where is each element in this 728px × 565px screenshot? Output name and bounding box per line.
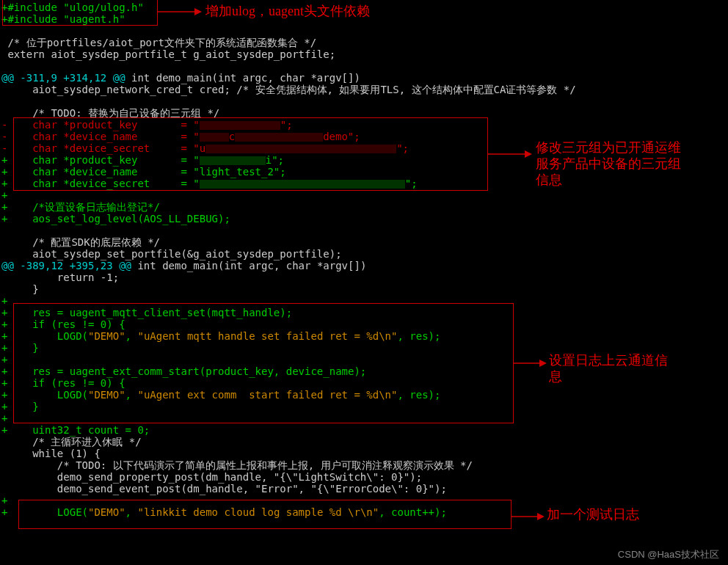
code-segment: + if (res != 0) {	[1, 377, 125, 389]
code-segment: ,	[125, 330, 138, 342]
code-segment: , res);	[397, 330, 440, 342]
code-segment: +	[1, 295, 7, 307]
code-segment: /* TODO: 以下代码演示了简单的属性上报和事件上报, 用户可取消注释观察演…	[1, 459, 473, 471]
code-segment: extern aiot_sysdep_portfile_t g_aiot_sys…	[1, 48, 335, 60]
code-segment: aiot_sysdep_network_cred_t cred; /* 安全凭据…	[1, 84, 576, 95]
code-segment: int demo_main(int argc, char *argv[])	[125, 72, 360, 84]
code-segment: "linkkit demo cloud log sample %d \r\n"	[137, 506, 379, 518]
code-line: while (1) {	[1, 448, 728, 459]
code-segment: "DEMO"	[88, 506, 125, 518]
code-line: +	[1, 295, 728, 307]
code-line: +#include "ulog/ulog.h"	[1, 1, 728, 13]
code-line: - char *product_key = "";	[1, 119, 728, 131]
code-line: +	[1, 495, 728, 506]
code-segment: @@ -389,12 +395,23 @@	[1, 260, 131, 271]
code-segment: #include "uagent.h"	[7, 13, 125, 25]
code-line: return -1;	[1, 271, 728, 283]
code-line: @@ -311,9 +314,12 @@ int demo_main(int a…	[1, 72, 728, 84]
code-segment: demo_send_property_post(dm_handle, "{\"L…	[1, 471, 422, 483]
code-line: + }	[1, 401, 728, 412]
code-line: + res = uagent_mqtt_client_set(mqtt_hand…	[1, 307, 728, 318]
code-segment	[1, 25, 7, 37]
code-line: /* TODO: 以下代码演示了简单的属性上报和事件上报, 用户可取消注释观察演…	[1, 459, 728, 471]
code-line: demo_send_event_post(dm_handle, "Error",…	[1, 483, 728, 495]
code-segment: + }	[1, 401, 39, 412]
code-line: - char *device_secret = "u";	[1, 142, 728, 154]
code-segment: ";	[396, 142, 409, 154]
code-segment: "DEMO"	[88, 330, 125, 342]
code-segment: - char *product_key = "	[1, 119, 200, 131]
code-line: +	[1, 354, 728, 365]
code-line: aiot_sysdep_network_cred_t cred; /* 安全凭据…	[1, 84, 728, 95]
code-line: +	[1, 412, 728, 424]
code-segment: + LOGD(	[1, 330, 88, 342]
code-line: /* 配置SDK的底层依赖 */	[1, 236, 728, 248]
redacted-text	[205, 145, 396, 153]
code-segment: + }	[1, 342, 39, 354]
code-segment: int demo_main(int argc, char *argv[])	[131, 260, 366, 271]
code-line: + LOGD("DEMO", "uAgent mqtt handle set f…	[1, 330, 728, 342]
redacted-text	[200, 121, 280, 130]
code-line: + /*设置设备日志输出登记*/	[1, 201, 728, 213]
code-segment: + aos_set_log_level(AOS_LL_DEBUG);	[1, 213, 230, 225]
diff-code-block: +#include "ulog/ulog.h"+#include "uagent…	[0, 0, 728, 518]
code-line: demo_send_property_post(dm_handle, "{\"L…	[1, 471, 728, 483]
code-line: + if (res != 0) {	[1, 318, 728, 330]
code-line: /* 位于portfiles/aiot_port文件夹下的系统适配函数集合 */	[1, 37, 728, 48]
code-segment: +	[1, 354, 7, 365]
code-segment: + char *product_key = "	[1, 154, 200, 166]
code-segment: +	[1, 189, 7, 201]
code-segment: +	[1, 495, 7, 506]
code-line	[1, 60, 728, 72]
code-line: /* 主循环进入休眠 */	[1, 436, 728, 448]
code-segment: demo_send_event_post(dm_handle, "Error",…	[1, 483, 447, 495]
code-segment: ";	[280, 119, 293, 131]
code-segment: ";	[405, 178, 418, 189]
redacted-text	[200, 133, 229, 142]
code-segment: - char *device_secret = "u	[1, 142, 205, 154]
code-line: + aos_set_log_level(AOS_LL_DEBUG);	[1, 213, 728, 225]
code-line: + char *device_secret = "";	[1, 178, 728, 189]
code-line	[1, 25, 728, 37]
code-line	[1, 95, 728, 107]
code-segment: "uAgent ext comm start failed ret = %d\n…	[137, 389, 397, 401]
code-line: +	[1, 189, 728, 201]
code-line: + if (res != 0) {	[1, 377, 728, 389]
code-segment: + uint32_t count = 0;	[1, 424, 150, 436]
code-segment: , count++);	[379, 506, 447, 518]
code-segment: ,	[125, 389, 138, 401]
code-line: + char *device_name = "light_test_2";	[1, 166, 728, 178]
code-segment: - char *device_name = "	[1, 131, 200, 142]
redacted-text	[200, 156, 266, 165]
code-segment: "uAgent mqtt handle set failed ret = %d\…	[137, 330, 397, 342]
code-line: /* TODO: 替换为自己设备的三元组 */	[1, 107, 728, 119]
code-segment: + LOGE(	[1, 506, 88, 518]
code-line: +#include "uagent.h"	[1, 13, 728, 25]
watermark: CSDN @HaaS技术社区	[618, 549, 719, 561]
code-segment: #include "ulog/ulog.h"	[7, 1, 143, 13]
code-line: }	[1, 283, 728, 295]
code-line	[1, 225, 728, 236]
code-segment	[1, 95, 7, 107]
code-segment: }	[1, 283, 39, 295]
code-line: + LOGE("DEMO", "linkkit demo cloud log s…	[1, 506, 728, 518]
code-segment: + /*设置设备日志输出登记*/	[1, 201, 160, 213]
code-line: + LOGD("DEMO", "uAgent ext comm start fa…	[1, 389, 728, 401]
code-segment: /* 位于portfiles/aiot_port文件夹下的系统适配函数集合 */	[1, 37, 316, 48]
code-segment: + res = uagent_ext_comm_start(product_ke…	[1, 365, 366, 377]
redacted-text	[235, 133, 323, 142]
code-segment: return -1;	[1, 271, 119, 283]
code-segment: + res = uagent_mqtt_client_set(mqtt_hand…	[1, 307, 292, 318]
code-segment: demo";	[323, 131, 360, 142]
code-segment: + if (res != 0) {	[1, 318, 125, 330]
code-segment	[1, 60, 7, 72]
code-segment: "DEMO"	[88, 389, 125, 401]
code-segment: /* 配置SDK的底层依赖 */	[1, 236, 160, 248]
code-segment	[1, 225, 7, 236]
code-line: + char *product_key = "i";	[1, 154, 728, 166]
code-segment: c	[229, 131, 235, 142]
code-line: + }	[1, 342, 728, 354]
code-segment: , res);	[397, 389, 440, 401]
code-segment: while (1) {	[1, 448, 101, 459]
code-line: + uint32_t count = 0;	[1, 424, 728, 436]
